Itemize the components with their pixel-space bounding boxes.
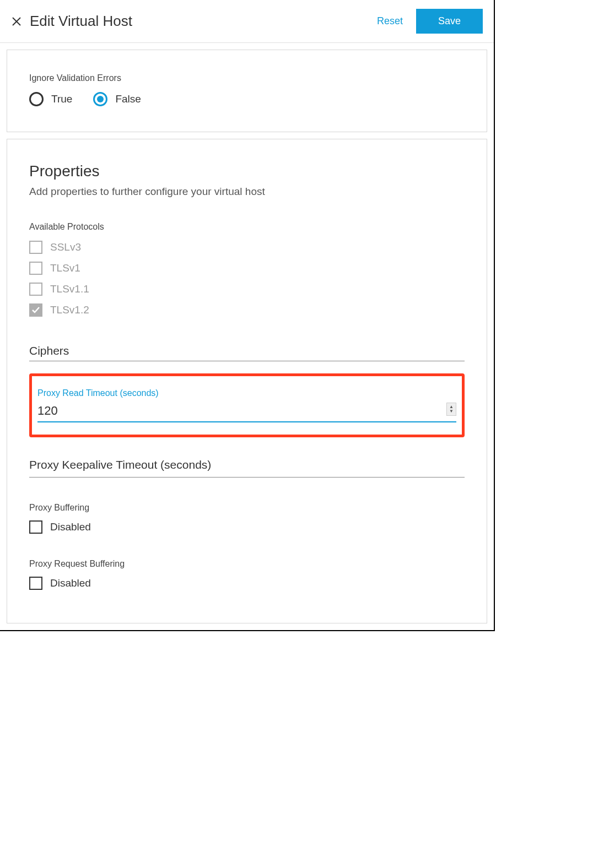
proxy-buffering-label: Proxy Buffering xyxy=(29,503,465,513)
proxy-request-buffering-disabled[interactable]: Disabled xyxy=(29,577,465,590)
checkbox-icon xyxy=(29,577,42,590)
reset-button[interactable]: Reset xyxy=(377,15,403,27)
radio-false[interactable]: False xyxy=(93,92,141,106)
number-spinner[interactable]: ▲▼ xyxy=(446,403,456,416)
close-icon[interactable] xyxy=(11,16,22,27)
properties-subtitle: Add properties to further configure your… xyxy=(29,186,465,198)
radio-true-label: True xyxy=(51,93,72,105)
protocol-label: TLSv1.2 xyxy=(50,304,89,316)
checkbox-icon xyxy=(29,520,42,534)
ignore-validation-label: Ignore Validation Errors xyxy=(29,73,465,83)
protocol-tlsv1[interactable]: TLSv1 xyxy=(29,262,465,275)
properties-title: Properties xyxy=(29,162,465,180)
checkbox-icon xyxy=(29,262,42,275)
protocol-tlsv12[interactable]: TLSv1.2 xyxy=(29,303,465,317)
proxy-buffering-option: Disabled xyxy=(50,521,91,533)
proxy-request-buffering-option: Disabled xyxy=(50,577,91,589)
proxy-read-timeout-label: Proxy Read Timeout (seconds) xyxy=(37,388,456,398)
validation-panel: Ignore Validation Errors True False xyxy=(7,50,487,132)
properties-panel: Properties Add properties to further con… xyxy=(7,139,487,623)
checkbox-icon xyxy=(29,303,42,317)
proxy-read-timeout-highlight: Proxy Read Timeout (seconds) ▲▼ xyxy=(29,373,465,437)
radio-false-label: False xyxy=(115,93,141,105)
save-button[interactable]: Save xyxy=(416,9,483,34)
proxy-request-buffering-group: Proxy Request Buffering Disabled xyxy=(29,559,465,590)
protocol-label: SSLv3 xyxy=(50,241,81,253)
radio-true[interactable]: True xyxy=(29,92,72,106)
protocol-tlsv11[interactable]: TLSv1.1 xyxy=(29,283,465,296)
proxy-keepalive-label[interactable]: Proxy Keepalive Timeout (seconds) xyxy=(29,456,465,478)
checkbox-icon xyxy=(29,241,42,254)
proxy-buffering-disabled[interactable]: Disabled xyxy=(29,520,465,534)
ciphers-label[interactable]: Ciphers xyxy=(29,341,465,361)
proxy-request-buffering-label: Proxy Request Buffering xyxy=(29,559,465,569)
dialog-title: Edit Virtual Host xyxy=(30,13,377,30)
radio-circle-icon xyxy=(93,92,107,106)
available-protocols-label: Available Protocols xyxy=(29,222,465,232)
checkbox-icon xyxy=(29,283,42,296)
dialog-header: Edit Virtual Host Reset Save xyxy=(0,0,494,43)
ignore-validation-radios: True False xyxy=(29,92,465,106)
proxy-read-timeout-input[interactable] xyxy=(37,402,456,422)
ciphers-group: Ciphers xyxy=(29,341,465,361)
protocol-label: TLSv1 xyxy=(50,262,80,274)
proxy-buffering-group: Proxy Buffering Disabled xyxy=(29,503,465,534)
radio-circle-icon xyxy=(29,92,44,106)
protocol-sslv3[interactable]: SSLv3 xyxy=(29,241,465,254)
protocol-label: TLSv1.1 xyxy=(50,283,89,295)
proxy-keepalive-group: Proxy Keepalive Timeout (seconds) xyxy=(29,456,465,478)
